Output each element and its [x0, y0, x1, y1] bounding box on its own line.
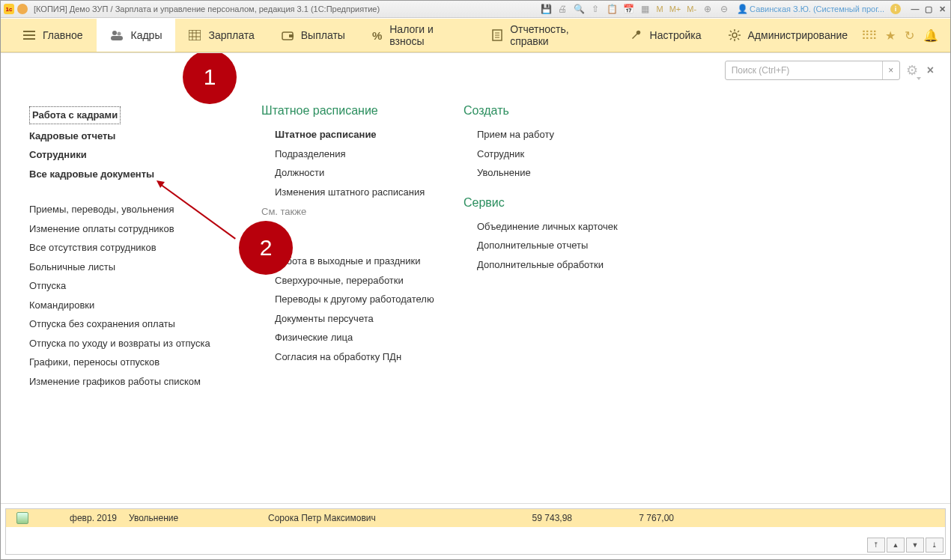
nav-link[interactable]: Все кадровые документы — [29, 165, 254, 184]
calendar-icon[interactable]: 📅 — [622, 2, 635, 16]
nav-down-button[interactable]: ▼ — [906, 538, 924, 553]
zoom-out-icon[interactable]: ⊖ — [717, 2, 731, 16]
print-icon[interactable]: 🖨 — [556, 2, 569, 16]
app-logo-icon: 1c — [4, 4, 14, 14]
doc-search-icon[interactable]: 🔍 — [572, 2, 586, 16]
report-icon — [492, 29, 502, 41]
col-create-service: Создать Прием на работуСотрудникУвольнен… — [464, 104, 673, 496]
grid-row[interactable]: февр. 2019 Увольнение Сорока Петр Максим… — [6, 509, 945, 527]
nav-link[interactable]: Все отсутствия сотрудников — [29, 238, 254, 258]
star-icon[interactable]: ★ — [885, 28, 896, 43]
menu-admin[interactable]: Администрирование — [715, 19, 862, 52]
nav-link[interactable]: Увольнение — [464, 163, 673, 183]
nav-link[interactable]: Дополнительные обработки — [464, 255, 673, 275]
history-icon[interactable]: ↻ — [905, 28, 914, 43]
save-icon[interactable]: 💾 — [539, 2, 553, 16]
info-icon[interactable]: i — [890, 4, 901, 14]
main-menubar: Главное Кадры Зарплата Выплаты % Налоги … — [1, 18, 950, 52]
apps-grid-icon[interactable]: ⠿⠿ — [861, 28, 876, 43]
people-icon — [110, 30, 124, 40]
nav-link[interactable]: Дополнительные отчеты — [464, 236, 673, 255]
user-icon: 👤 — [737, 4, 748, 14]
panel-close-button[interactable]: × — [927, 64, 934, 77]
menu-zarplata[interactable]: Зарплата — [175, 19, 267, 52]
upload-icon[interactable]: ⇧ — [589, 2, 602, 16]
bottom-area: февр. 2019 Увольнение Сорока Петр Максим… — [1, 503, 950, 559]
memory-mplus-label[interactable]: M+ — [668, 4, 683, 13]
window-title: [КОПИЯ] Демо ЗУП / Зарплата и управление… — [31, 4, 380, 13]
user-link[interactable]: 👤 Савинская З.Ю. (Системный прог... — [737, 4, 884, 14]
table-icon — [189, 30, 201, 40]
nav-link[interactable]: Изменение графиков работы списком — [29, 372, 254, 392]
callout-1: 1 — [183, 52, 237, 104]
menu-hamburger-icon — [23, 30, 35, 40]
gear-icon — [729, 29, 741, 41]
menu-nalogi[interactable]: % Налоги и взносы — [359, 19, 478, 52]
nav-link[interactable]: Физические лица — [261, 328, 456, 347]
menu-kadry[interactable]: Кадры — [97, 19, 176, 52]
svg-line-24 — [738, 31, 739, 32]
nav-link[interactable]: Графики, переносы отпусков — [29, 353, 254, 372]
nav-link[interactable]: Сверхурочные, переработки — [261, 271, 456, 290]
menu-nastrojka[interactable]: Настройка — [617, 19, 715, 52]
nav-last-button[interactable]: ⤓ — [926, 538, 944, 553]
nav-link[interactable]: Командировки — [29, 296, 254, 315]
callout-2: 2 — [239, 221, 293, 275]
nav-link[interactable]: Сотрудник — [464, 144, 673, 164]
user-name: Савинская З.Ю. (Системный прог... — [750, 4, 884, 13]
svg-rect-5 — [111, 36, 123, 40]
nav-link[interactable]: Отпуска без сохранения оплаты — [29, 314, 254, 334]
nav-link[interactable]: Объединение личных карточек — [464, 217, 673, 237]
search-clear-button[interactable]: × — [882, 61, 899, 79]
nav-link[interactable]: Согласия на обработку ПДн — [261, 347, 456, 367]
clipboard-icon[interactable]: 📋 — [605, 2, 619, 16]
nav-first-button[interactable]: ⤒ — [867, 538, 885, 553]
grid-nav-buttons: ⤒ ▲ ▼ ⤓ — [867, 538, 944, 553]
wrench-icon — [631, 29, 642, 41]
nav-link[interactable]: Кадровые отчеты — [29, 127, 254, 146]
nav-link[interactable]: Отпуска — [29, 276, 254, 296]
menu-label: Зарплата — [208, 29, 254, 41]
minimize-button[interactable]: — — [910, 4, 920, 14]
menu-main[interactable]: Главное — [10, 19, 97, 52]
menu-label: Кадры — [131, 29, 162, 41]
search-box: × — [725, 61, 900, 80]
cell-amount1: 59 743,98 — [469, 513, 578, 523]
nav-link[interactable]: Больничные листы — [29, 258, 254, 277]
nav-link[interactable]: Приемы, переводы, увольнения — [29, 200, 254, 219]
calc-icon[interactable]: ▦ — [638, 2, 651, 16]
svg-rect-6 — [189, 30, 201, 40]
svg-rect-1 — [23, 34, 35, 36]
section-head-create: Создать — [464, 104, 673, 118]
nav-link[interactable]: Сотрудники — [29, 145, 254, 165]
nav-link[interactable]: Подразделения — [261, 144, 456, 164]
orange-circle-icon[interactable] — [17, 4, 28, 14]
nav-link[interactable]: Переводы к другому работодателю — [261, 290, 456, 309]
nav-link[interactable]: Изменения штатного расписания — [261, 183, 456, 202]
nav-up-button[interactable]: ▲ — [887, 538, 905, 553]
maximize-button[interactable]: ▢ — [923, 4, 934, 14]
memory-mminus-label[interactable]: M- — [685, 4, 698, 13]
menu-otchety[interactable]: Отчетность, справки — [478, 19, 616, 52]
nav-link[interactable]: Должности — [261, 163, 456, 183]
section-head-shtatnoe: Штатное расписание — [261, 104, 456, 118]
bell-icon[interactable]: 🔔 — [923, 28, 938, 43]
nav-link[interactable]: Документы персучета — [261, 309, 456, 329]
window-close-button[interactable]: ✕ — [937, 4, 947, 14]
svg-line-23 — [738, 38, 739, 40]
svg-line-22 — [730, 31, 732, 32]
search-input[interactable] — [726, 61, 882, 79]
memory-m-label[interactable]: M — [654, 4, 664, 13]
menu-label: Администрирование — [748, 29, 848, 41]
nav-link[interactable]: Отпуска по уходу и возвраты из отпуска — [29, 334, 254, 353]
settings-dropdown-icon[interactable]: ⚙ — [906, 62, 918, 79]
menu-vyplaty[interactable]: Выплаты — [268, 19, 359, 52]
zoom-in-icon[interactable]: ⊕ — [701, 2, 714, 16]
wallet-icon — [282, 30, 294, 40]
bottom-grid: февр. 2019 Увольнение Сорока Петр Максим… — [5, 508, 946, 555]
nav-link[interactable]: Штатное расписание — [261, 125, 456, 144]
svg-rect-2 — [23, 38, 35, 40]
menu-label: Отчетность, справки — [510, 23, 603, 47]
nav-link[interactable]: Работа с кадрами — [29, 104, 254, 127]
nav-link[interactable]: Прием на работу — [464, 125, 673, 144]
